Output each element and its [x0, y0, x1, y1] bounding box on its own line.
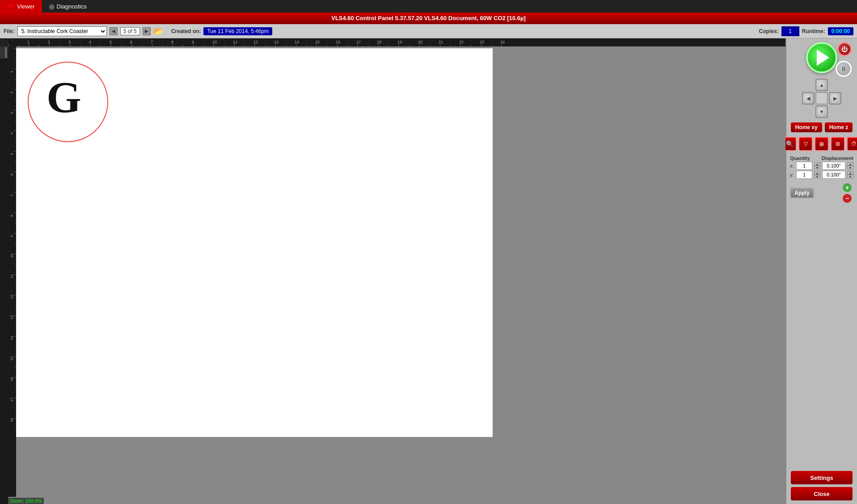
qty-y-label: y:	[790, 172, 794, 177]
open-folder-button[interactable]: 📂	[153, 26, 163, 36]
copies-input[interactable]	[781, 26, 799, 36]
bottom-buttons: Settings Close	[788, 471, 855, 500]
settings-button[interactable]: Settings	[791, 471, 853, 484]
playback-area: ⏻ ⏸	[788, 42, 855, 73]
play-button[interactable]	[806, 42, 837, 73]
timer-tool-icon: ⏱	[851, 141, 857, 147]
file-label: File:	[4, 28, 15, 34]
disp-x-input[interactable]	[822, 162, 845, 170]
dpad-center-button[interactable]	[815, 92, 828, 105]
disp-x-spinner: ▲ ▼	[847, 162, 853, 169]
next-page-button[interactable]: ▶	[143, 27, 151, 35]
app-title: VLS4.60 Control Panel 5.37.57.20 VLS4.60…	[331, 15, 525, 21]
horizontal-ruler-canvas	[8, 38, 785, 46]
created-label: Created on:	[171, 28, 201, 34]
qty-x-spinner: ▲ ▼	[814, 162, 820, 169]
ruler-top	[0, 38, 785, 46]
qty-x-up-button[interactable]: ▲	[814, 162, 820, 166]
disp-x-down-button[interactable]: ▼	[847, 166, 853, 169]
home-xy-button[interactable]: Home xy	[791, 122, 822, 132]
tools-row: 🔍 ▽ ⊕ ⊞ ⏱	[782, 137, 857, 151]
design-canvas: G	[10, 48, 493, 437]
dpad-up-button[interactable]: ▲	[815, 79, 828, 91]
main-area: inches G Zoom: 100.0%	[0, 38, 857, 504]
power-icon: ⏻	[841, 46, 848, 53]
qty-y-down-button[interactable]: ▼	[814, 175, 820, 178]
dpad-down-button[interactable]: ▼	[815, 105, 828, 118]
zoom-label: Zoom: 100.0%	[8, 498, 44, 504]
diagnostics-icon: ◎	[49, 3, 54, 10]
crosshair-tool-icon: ⊕	[819, 140, 824, 147]
displacement-header: Displacement	[821, 155, 853, 161]
dpad-left-button[interactable]: ◀	[802, 92, 815, 105]
apply-row: Apply + −	[788, 183, 855, 203]
power-button[interactable]: ⏻	[837, 42, 852, 56]
dpad-right-button[interactable]: ▶	[829, 92, 841, 105]
folder-icon: 📂	[153, 27, 163, 36]
disp-y-up-button[interactable]: ▲	[847, 171, 853, 175]
copies-label: Copies:	[759, 28, 779, 34]
qty-y-row: y: ▲ ▼ ▲ ▼	[790, 171, 853, 179]
dpad: ▲ ◀ ▶ ▼	[802, 79, 841, 118]
ruler-left	[0, 38, 8, 504]
qty-x-input[interactable]	[796, 162, 812, 170]
file-select[interactable]: 5. Instructable Cork Coaster	[17, 26, 107, 36]
pause-icon: ⏸	[840, 65, 847, 72]
qty-y-up-button[interactable]: ▲	[814, 171, 820, 175]
runtime-label: Runtime:	[802, 28, 825, 34]
quantity-header: Quantity	[790, 155, 810, 161]
zoom-controls: + −	[816, 183, 853, 203]
apply-button[interactable]: Apply	[790, 188, 814, 198]
title-bar: VLS4.60 Control Panel 5.37.57.20 VLS4.60…	[0, 13, 857, 24]
zoom-out-button[interactable]: −	[843, 194, 852, 203]
zoom-in-button[interactable]: +	[843, 183, 852, 192]
design-letter: G	[46, 75, 81, 120]
qty-x-down-button[interactable]: ▼	[814, 166, 820, 169]
home-row: Home xy Home z	[791, 122, 853, 132]
inches-label: inches	[0, 46, 8, 59]
home-z-button[interactable]: Home z	[825, 122, 853, 132]
timer-tool-button[interactable]: ⏱	[847, 137, 857, 151]
tab-viewer[interactable]: 👁 Viewer	[0, 0, 42, 13]
tab-diagnostics[interactable]: ◎ Diagnostics	[42, 0, 94, 13]
canvas-area: inches G Zoom: 100.0%	[0, 38, 785, 504]
grid-tool-button[interactable]: ⊞	[831, 137, 845, 151]
drawing-area: G	[8, 46, 785, 497]
top-tab-bar: 👁 Viewer ◎ Diagnostics	[0, 0, 857, 13]
tab-viewer-label: Viewer	[17, 3, 35, 10]
qty-y-spinner: ▲ ▼	[814, 171, 820, 178]
disp-y-spinner: ▲ ▼	[847, 171, 853, 178]
tab-diagnostics-label: Diagnostics	[57, 3, 87, 10]
pause-button[interactable]: ⏸	[836, 61, 852, 77]
runtime-value: 0:00:00	[828, 27, 853, 35]
page-counter: 5 of 5	[120, 27, 140, 35]
filter-tool-button[interactable]: ▽	[798, 137, 813, 151]
qty-x-row: x: ▲ ▼ ▲ ▼	[790, 162, 853, 170]
file-bar: File: 5. Instructable Cork Coaster ◀ 5 o…	[0, 24, 857, 38]
filter-tool-icon: ▽	[804, 141, 808, 147]
right-panel: ⏻ ⏸ ▲ ◀ ▶ ▼ Home xy Home z 🔍	[785, 38, 857, 504]
qty-x-label: x:	[790, 163, 794, 168]
vertical-ruler-canvas	[8, 46, 16, 497]
created-value: Tue 11 Feb 2014, 5:46pm	[203, 27, 272, 35]
close-button[interactable]: Close	[791, 487, 853, 500]
crosshair-tool-button[interactable]: ⊕	[815, 137, 829, 151]
qty-disp-section: Quantity Displacement x: ▲ ▼ ▲ ▼ y:	[788, 155, 855, 181]
qty-y-input[interactable]	[796, 171, 812, 179]
disp-x-up-button[interactable]: ▲	[847, 162, 853, 166]
disp-y-down-button[interactable]: ▼	[847, 175, 853, 178]
prev-page-button[interactable]: ◀	[110, 27, 118, 35]
zoom-tool-icon: 🔍	[786, 140, 794, 147]
grid-tool-icon: ⊞	[836, 141, 840, 147]
disp-y-input[interactable]	[822, 171, 845, 179]
eye-icon: 👁	[7, 2, 14, 10]
play-icon	[817, 50, 829, 66]
